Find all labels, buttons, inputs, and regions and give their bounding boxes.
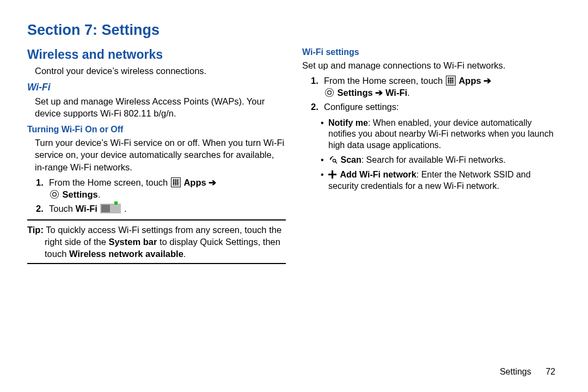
arrow-icon: ➔ bbox=[375, 88, 383, 97]
wifi-settings-intro: Set up and manage connections to Wi-Fi n… bbox=[302, 59, 561, 71]
scan-icon bbox=[329, 155, 338, 164]
page-number: 72 bbox=[546, 367, 555, 376]
right-column: Wi-Fi settings Set up and manage connect… bbox=[302, 46, 561, 267]
settings-icon bbox=[50, 189, 59, 199]
bullet-scan: • Scan: Search for available Wi-Fi netwo… bbox=[328, 155, 561, 166]
bullet-mark: • bbox=[321, 118, 324, 129]
settings-icon bbox=[324, 88, 334, 97]
step-1-left: 1. From the Home screen, touch Apps ➔ Se… bbox=[49, 176, 286, 201]
wifi-settings-heading: Wi-Fi settings bbox=[302, 46, 561, 58]
step-number: 2. bbox=[311, 101, 318, 113]
steps-list-left: 1. From the Home screen, touch Apps ➔ Se… bbox=[27, 176, 286, 215]
step-text: From the Home screen, touch bbox=[324, 76, 445, 85]
scan-label: Scan bbox=[340, 155, 361, 164]
bullet-mark: • bbox=[321, 155, 324, 166]
tip-block: Tip: To quickly access Wi-Fi settings fr… bbox=[27, 224, 286, 260]
svg-point-3 bbox=[328, 91, 332, 95]
plus-icon bbox=[328, 170, 336, 179]
section-title: Section 7: Settings bbox=[27, 22, 561, 39]
steps-list-right: 1. From the Home screen, touch Apps ➔ Se… bbox=[302, 75, 561, 113]
bullet-mark: • bbox=[321, 169, 324, 181]
wifi-description: Set up and manage Wireless Access Points… bbox=[27, 95, 286, 120]
svg-point-0 bbox=[51, 191, 59, 199]
step-text: Configure settings: bbox=[324, 102, 399, 112]
add-wifi-label: Add Wi-Fi network bbox=[340, 170, 416, 179]
step-text: Touch bbox=[49, 204, 76, 213]
wireless-intro: Control your device’s wireless connectio… bbox=[27, 65, 286, 77]
svg-point-2 bbox=[326, 89, 334, 97]
wireless-available-label: Wireless network available bbox=[69, 249, 183, 259]
step-number: 1. bbox=[311, 75, 318, 87]
svg-line-5 bbox=[335, 162, 337, 163]
arrow-icon: ➔ bbox=[209, 177, 216, 187]
divider bbox=[27, 219, 286, 220]
step-2-left: 2. Touch Wi-Fi . bbox=[49, 203, 286, 215]
svg-point-1 bbox=[53, 193, 57, 197]
bullet-add-network: • Add Wi-Fi network: Enter the Network S… bbox=[328, 169, 561, 192]
turning-wifi-heading: Turning Wi-Fi On or Off bbox=[27, 124, 286, 136]
footer-label: Settings bbox=[500, 367, 531, 376]
apps-label: Apps bbox=[183, 177, 206, 187]
step-number: 2. bbox=[36, 203, 44, 215]
left-column: Wireless and networks Control your devic… bbox=[27, 46, 286, 267]
step-2-right: 2. Configure settings: bbox=[324, 101, 561, 113]
settings-label: Settings bbox=[63, 189, 98, 199]
step-1-right: 1. From the Home screen, touch Apps ➔ Se… bbox=[324, 75, 561, 99]
scan-text: : Search for available Wi-Fi networks. bbox=[362, 155, 506, 164]
step-number: 1. bbox=[36, 176, 44, 188]
arrow-icon: ➔ bbox=[483, 76, 491, 85]
system-bar-label: System bar bbox=[108, 237, 157, 247]
apps-icon bbox=[446, 76, 456, 85]
toggle-icon bbox=[100, 204, 121, 213]
apps-label: Apps bbox=[458, 76, 481, 85]
notify-me-label: Notify me bbox=[328, 118, 368, 127]
two-column-layout: Wireless and networks Control your devic… bbox=[27, 46, 561, 267]
divider bbox=[27, 263, 286, 264]
step-text: From the Home screen, touch bbox=[49, 177, 170, 187]
settings-label: Settings bbox=[338, 88, 373, 97]
config-bullets: • Notify me: When enabled, your device a… bbox=[302, 118, 561, 192]
tip-label: Tip: bbox=[27, 225, 44, 235]
bullet-notify-me: • Notify me: When enabled, your device a… bbox=[328, 118, 561, 151]
wifi-label: Wi-Fi bbox=[385, 88, 407, 97]
wifi-label: Wi-Fi bbox=[76, 204, 97, 213]
page-footer: Settings 72 bbox=[500, 367, 555, 377]
turning-wifi-description: Turn your device’s Wi-Fi service on or o… bbox=[27, 137, 286, 173]
wireless-networks-heading: Wireless and networks bbox=[27, 46, 286, 63]
apps-icon bbox=[171, 177, 181, 187]
wifi-heading: Wi-Fi bbox=[27, 81, 286, 94]
